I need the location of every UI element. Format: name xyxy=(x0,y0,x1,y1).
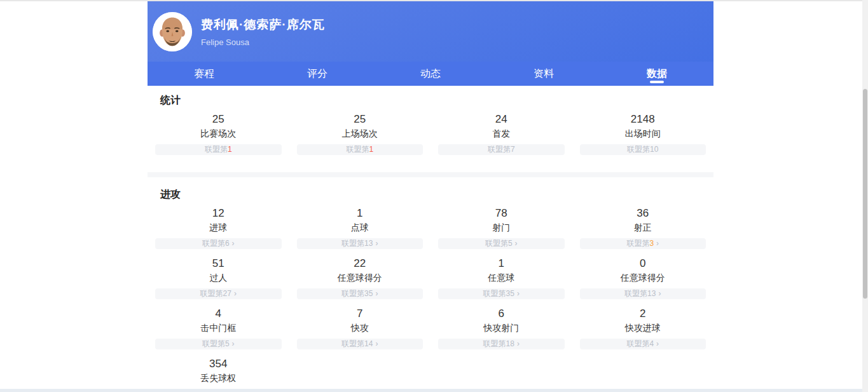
league-rank-pill[interactable]: 联盟第3› xyxy=(580,238,706,249)
rank-prefix: 联盟第 xyxy=(483,339,506,349)
stat-value: 1 xyxy=(357,206,362,220)
rank-number: 7 xyxy=(511,144,515,155)
chevron-right-icon: › xyxy=(656,238,659,249)
stats-grid: 12 进球 联盟第6› 1 点球 联盟第13› 78 射门 联盟第5› 36 射… xyxy=(148,206,713,392)
chevron-right-icon: › xyxy=(515,238,518,249)
stat-label: 射正 xyxy=(634,220,652,234)
stat-cell: 25 上场场次 联盟第1 xyxy=(289,112,431,163)
player-names: 费利佩·德索萨·席尔瓦 Felipe Sousa xyxy=(201,17,325,47)
rank-prefix: 联盟第 xyxy=(483,288,506,299)
rank-prefix: 联盟第 xyxy=(626,339,649,349)
rank-prefix: 联盟第 xyxy=(488,144,511,155)
stat-cell: 2148 出场时间 联盟第10 xyxy=(572,112,714,163)
stat-label: 快攻射门 xyxy=(483,321,519,335)
rank-prefix: 联盟第 xyxy=(624,288,647,299)
chevron-right-icon: › xyxy=(517,288,520,299)
rank-prefix: 联盟第 xyxy=(346,144,369,155)
league-rank-pill[interactable]: 联盟第35› xyxy=(297,288,424,299)
stat-value: 7 xyxy=(357,307,362,321)
stat-cell: 12 进球 联盟第6› xyxy=(148,206,289,257)
player-name-latin: Felipe Sousa xyxy=(201,37,325,47)
rank-prefix: 联盟第 xyxy=(485,238,508,249)
chevron-right-icon: › xyxy=(658,288,661,299)
tab-news[interactable]: 动态 xyxy=(374,62,487,86)
chevron-right-icon: › xyxy=(517,339,520,349)
stat-cell: 6 快攻射门 联盟第18› xyxy=(431,307,572,357)
scrollbar-thumb[interactable] xyxy=(863,89,867,299)
league-rank-pill[interactable]: 联盟第14› xyxy=(297,339,424,349)
tab-label: 数据 xyxy=(647,67,667,81)
stat-cell: 25 比赛场次 联盟第1 xyxy=(148,112,289,163)
rank-number: 1 xyxy=(369,144,373,155)
stat-cell: 2 快攻进球 联盟第4› xyxy=(572,307,714,357)
stat-value: 12 xyxy=(212,206,224,220)
rank-prefix: 联盟第 xyxy=(626,238,649,249)
stat-label: 射门 xyxy=(492,220,510,234)
league-rank-pill[interactable]: 联盟第5› xyxy=(438,238,565,249)
league-rank-pill: 联盟第7 xyxy=(438,144,565,155)
rank-number: 5 xyxy=(225,339,230,349)
stat-value: 25 xyxy=(212,112,224,126)
stat-label: 快攻进球 xyxy=(625,321,661,335)
league-rank-pill[interactable]: 联盟第35› xyxy=(438,288,565,299)
stat-label: 过人 xyxy=(209,271,227,285)
rank-number: 3 xyxy=(649,238,654,249)
active-tab-indicator xyxy=(650,81,664,83)
league-rank-pill[interactable]: 联盟第6› xyxy=(155,238,282,249)
tab-label: 评分 xyxy=(307,67,327,81)
stat-cell: 354 丢失球权 联盟第15› xyxy=(148,357,289,392)
rank-prefix: 联盟第 xyxy=(341,339,364,349)
stat-value: 6 xyxy=(499,307,504,321)
stat-cell: 4 击中门框 联盟第5› xyxy=(148,307,289,357)
stat-label: 上场场次 xyxy=(342,126,378,140)
stat-label: 击中门框 xyxy=(200,321,236,335)
player-avatar xyxy=(153,12,192,51)
section-title: 进攻 xyxy=(160,187,713,201)
player-header: 费利佩·德索萨·席尔瓦 Felipe Sousa xyxy=(148,1,713,62)
league-rank-pill[interactable]: 联盟第5› xyxy=(155,339,282,349)
league-rank-pill[interactable]: 联盟第27› xyxy=(155,288,282,299)
rank-prefix: 联盟第 xyxy=(341,238,364,249)
stat-value: 2148 xyxy=(631,112,655,126)
stat-value: 2 xyxy=(640,307,645,321)
tab-rating[interactable]: 评分 xyxy=(261,62,374,86)
stat-value: 51 xyxy=(212,257,224,271)
stat-label: 快攻 xyxy=(351,321,369,335)
league-rank-pill[interactable]: 联盟第4› xyxy=(580,339,706,349)
scrollbar[interactable] xyxy=(862,0,868,392)
tab-bar: 赛程 评分 动态 资料 数据 xyxy=(148,62,713,86)
tab-data[interactable]: 数据 xyxy=(600,62,713,86)
stat-cell: 24 首发 联盟第7 xyxy=(431,112,572,163)
player-name: 费利佩·德索萨·席尔瓦 xyxy=(201,17,325,33)
stat-label: 点球 xyxy=(351,220,369,234)
league-rank-pill[interactable]: 联盟第18› xyxy=(438,339,565,349)
stat-value: 22 xyxy=(354,257,366,271)
stat-value: 24 xyxy=(495,112,507,126)
rank-number: 14 xyxy=(364,339,373,349)
league-rank-pill[interactable]: 联盟第13› xyxy=(297,238,424,249)
rank-number: 6 xyxy=(225,238,230,249)
rank-prefix: 联盟第 xyxy=(341,288,364,299)
content-column: 费利佩·德索萨·席尔瓦 Felipe Sousa 赛程 评分 动态 资料 数据 … xyxy=(148,1,713,392)
stat-value: 78 xyxy=(495,206,507,220)
stat-cell: 1 点球 联盟第13› xyxy=(289,206,431,257)
league-rank-pill: 联盟第10 xyxy=(580,144,706,155)
stat-label: 首发 xyxy=(492,126,510,140)
chevron-right-icon: › xyxy=(656,339,659,349)
rank-number: 35 xyxy=(506,288,514,299)
tab-schedule[interactable]: 赛程 xyxy=(148,62,261,86)
stat-label: 任意球 xyxy=(488,271,514,285)
stat-label: 任意球得分 xyxy=(338,271,382,285)
stat-label: 出场时间 xyxy=(625,126,661,140)
stat-label: 比赛场次 xyxy=(200,126,236,140)
stat-value: 36 xyxy=(637,206,649,220)
stat-cell: 22 任意球得分 联盟第35› xyxy=(289,257,431,307)
stat-cell: 7 快攻 联盟第14› xyxy=(289,307,431,357)
league-rank-pill[interactable]: 联盟第13› xyxy=(580,288,706,299)
stats-grid: 25 比赛场次 联盟第1 25 上场场次 联盟第1 24 首发 联盟第7 214… xyxy=(148,112,713,163)
chevron-right-icon: › xyxy=(234,288,237,299)
tab-profile[interactable]: 资料 xyxy=(487,62,600,86)
stat-value: 354 xyxy=(209,357,227,371)
stat-cell: 51 过人 联盟第27› xyxy=(148,257,289,307)
stat-value: 1 xyxy=(499,257,504,271)
